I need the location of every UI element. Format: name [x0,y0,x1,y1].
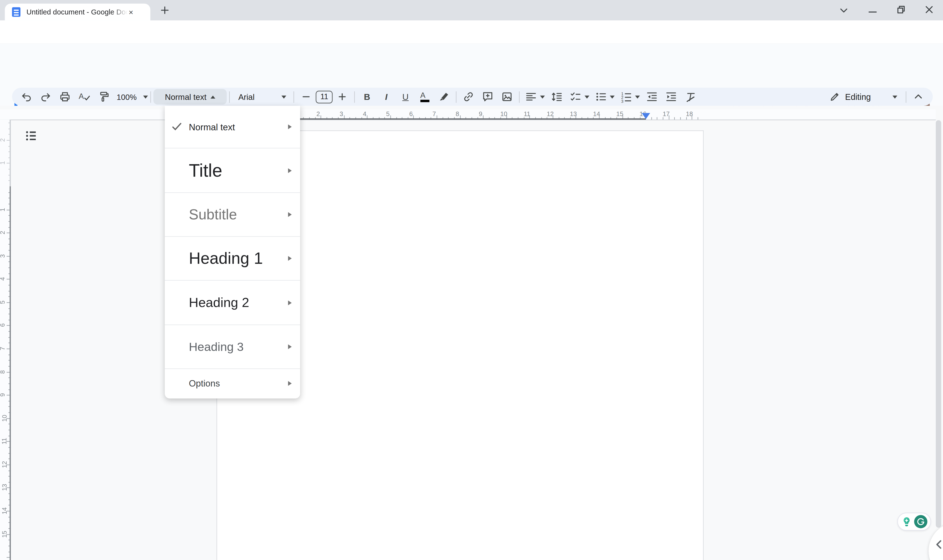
ruler-number: 9 [0,393,6,397]
line-spacing-button[interactable] [547,89,567,105]
zoom-select[interactable]: 100% [113,89,148,105]
add-comment-button[interactable] [478,89,498,105]
underline-button[interactable]: U [396,89,415,105]
italic-button[interactable]: I [377,89,396,105]
increase-font-size-button[interactable] [333,89,352,105]
vertical-ruler[interactable]: 12345678910111213141512 [0,120,11,560]
browser-address-bar: docs.google.com/document/d/1NZPQPxvj2nbP… [0,20,943,44]
new-tab-icon[interactable] [160,5,169,15]
ruler-tick [651,117,652,120]
spellcheck-button[interactable]: A [75,89,94,105]
styles-menu-item-heading-3[interactable]: Heading 3 [165,325,300,369]
tab-close-icon[interactable]: × [129,8,133,16]
text-color-button[interactable]: A [415,89,434,105]
align-dropdown-icon [540,95,545,98]
bulleted-list-button[interactable] [592,89,617,105]
align-button[interactable] [522,89,547,105]
svg-text:3: 3 [621,99,623,103]
styles-menu-item-heading-1[interactable]: Heading 1 [165,237,300,281]
numbered-list-button[interactable]: 123 [617,89,643,105]
decrease-indent-button[interactable] [643,89,662,105]
ruler-tick [686,117,686,120]
document-outline-icon[interactable] [25,129,38,143]
divider [456,91,456,103]
styles-menu-item-label: Heading 3 [189,340,243,354]
ruler-tick [663,117,663,120]
ruler-number: 2 [0,231,6,234]
ruler-tick [680,117,681,120]
ruler-number: 10 [0,414,8,422]
increase-indent-button[interactable] [662,89,681,105]
clear-formatting-button[interactable] [681,89,700,105]
bulleted-list-dropdown-icon [610,95,615,98]
svg-text:A: A [79,92,84,101]
styles-menu-item-subtitle[interactable]: Subtitle [165,193,300,237]
font-size-input[interactable]: 11 [316,91,333,103]
styles-dropup-icon [211,95,216,98]
ruler-number: 18 [686,110,693,117]
ruler-number: 15 [616,110,624,117]
checklist-button[interactable] [567,89,592,105]
styles-menu: Normal textTitleSubtitleHeading 1Heading… [165,106,300,398]
insert-link-button[interactable] [459,89,478,105]
font-dropdown-icon [282,95,287,98]
grammarly-widget[interactable] [897,512,931,531]
ruler-number: 7 [433,110,436,117]
styles-menu-item-label: Heading 2 [189,295,249,311]
bold-button[interactable]: B [357,89,376,105]
pencil-icon [829,91,840,102]
divider [519,91,520,103]
ruler-number: 4 [363,110,367,117]
ruler-number: 14 [0,507,8,514]
undo-button[interactable] [17,89,36,105]
styles-menu-item-label: Options [189,378,220,388]
styles-menu-item-label: Subtitle [189,206,237,223]
window-close-icon[interactable] [925,5,934,14]
ruler-number: 8 [0,370,6,374]
highlight-color-button[interactable] [435,89,454,105]
submenu-arrow-icon [288,381,292,386]
google-docs-window: Untitled document - Google Docs × docs.g… [0,0,943,560]
vertical-scrollbar[interactable] [936,120,941,528]
submenu-arrow-icon [288,125,292,129]
right-indent-marker[interactable] [642,113,650,119]
ruler-margin-number: 2 [0,138,6,142]
ruler-number: 4 [0,277,6,281]
submenu-arrow-icon [288,300,292,305]
ruler-number: 13 [0,484,8,491]
styles-select[interactable]: Normal text [154,89,227,105]
styles-menu-item-normal-text[interactable]: Normal text [165,106,300,148]
tab-search-chevron-icon[interactable] [838,7,849,14]
font-select[interactable]: Arial [232,89,291,105]
ruler-number: 1 [0,208,6,211]
ruler-number: 3 [0,254,6,257]
insert-image-button[interactable] [498,89,517,105]
redo-button[interactable] [36,89,55,105]
styles-menu-item-options[interactable]: Options [165,369,300,397]
ruler-number: 9 [479,110,482,117]
grammarly-logo-icon[interactable] [914,515,927,528]
submenu-arrow-icon [288,256,292,261]
minimize-icon[interactable] [868,7,877,14]
decrease-font-size-button[interactable] [297,89,316,105]
ruler-number: 6 [0,324,6,327]
print-button[interactable] [55,89,74,105]
docs-header: Untitled document FileEditViewInsertForm… [0,43,943,88]
ruler-number: 5 [386,110,390,117]
ruler-number: 11 [0,438,8,445]
paint-format-button[interactable] [94,89,113,105]
submenu-arrow-icon [288,212,292,217]
svg-text:2: 2 [621,95,623,100]
editing-mode-button[interactable]: Editing [823,89,903,105]
submenu-arrow-icon [288,168,292,173]
grammarly-suggestion-bulb-icon[interactable] [901,516,912,528]
divider [354,91,355,103]
divider [906,91,906,103]
restore-icon[interactable] [896,5,906,14]
styles-menu-item-title[interactable]: Title [165,148,300,193]
checklist-dropdown-icon [584,95,589,98]
browser-tab[interactable]: Untitled document - Google Docs × [5,4,151,21]
submenu-arrow-icon [288,344,292,349]
styles-menu-item-heading-2[interactable]: Heading 2 [165,281,300,325]
hide-menus-button[interactable] [909,89,928,105]
